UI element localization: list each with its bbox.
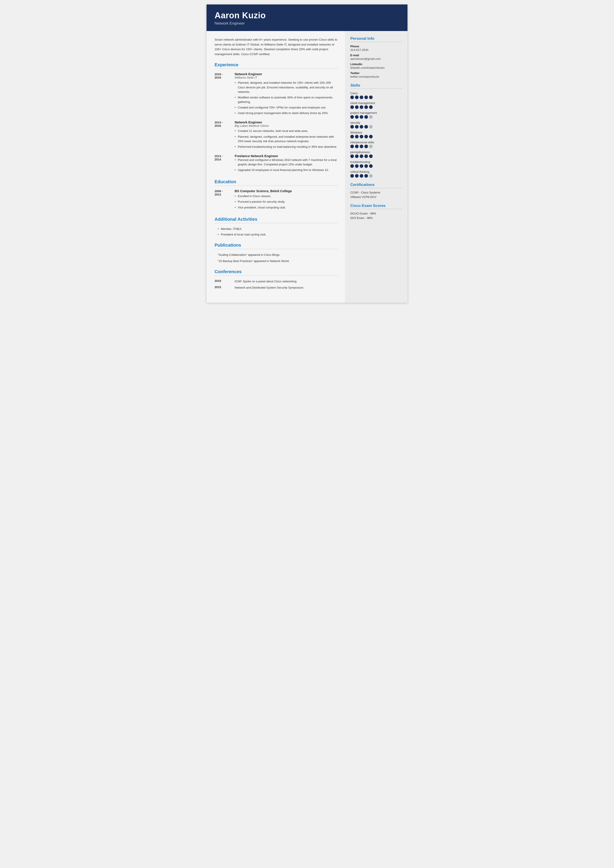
conferences-section: Conferences 2019ICNP, Spoke on a panel a… — [215, 269, 338, 290]
publication-item: "Scaling Collaboration" appeared in Cisc… — [215, 253, 338, 257]
skill-dot-filled — [360, 174, 363, 178]
skill-item: critical thinking — [350, 170, 402, 178]
skill-name: security — [350, 121, 402, 124]
skill-dot-filled — [369, 96, 373, 99]
skill-dot-filled — [355, 135, 358, 138]
exp-bullets: Created 12 secure networks, both local a… — [235, 129, 338, 149]
candidate-name: Aaron Kuzio — [215, 11, 399, 20]
conferences-heading: Conferences — [215, 269, 338, 276]
exp-bullet: Created 12 secure networks, both local a… — [235, 129, 338, 133]
conference-text: Network and Distributed System Security … — [235, 285, 338, 290]
education-heading: Education — [215, 179, 338, 186]
publication-item: "10 Backup Best Practices" appeared in N… — [215, 259, 338, 264]
skill-dot-filled — [364, 125, 368, 129]
skill-dot-filled — [360, 135, 363, 138]
email-label: E-mail — [350, 54, 402, 57]
skill-name: interpersonal skills — [350, 141, 402, 144]
skill-item: interpersonal skills — [350, 141, 402, 148]
skill-dot-filled — [350, 105, 354, 109]
skill-dot-filled — [364, 96, 368, 99]
experience-section: Experience 2016 -2019Network EngineerWil… — [215, 62, 338, 174]
skill-dot-filled — [369, 164, 373, 168]
skill-dot-filled — [360, 105, 363, 109]
exam-score-item: DCII Exam - 98% — [350, 216, 402, 220]
skill-dot-filled — [350, 155, 354, 158]
exp-bullet: Planned, designed, and installed network… — [235, 81, 338, 94]
conferences-list: 2019ICNP, Spoke on a panel about Cisco n… — [215, 279, 338, 290]
exp-bullet: Planned and configured a Windows 2010 ne… — [235, 158, 338, 167]
conference-year: 2019 — [215, 279, 235, 284]
exp-date: 2016 -2019 — [215, 72, 235, 116]
certifications-heading: Certifications — [350, 183, 402, 188]
skill-dot-filled — [369, 135, 373, 138]
experience-item: 2016 -2019Network EngineerWilliams-Seile… — [215, 72, 338, 116]
exp-company: Williams-Seile IT — [235, 76, 338, 79]
exp-body: Network EngineerBig Lakes Medical Clinic… — [235, 121, 338, 150]
twitter-value: twitter.com/aaronkuzio — [350, 75, 402, 78]
skill-dots — [350, 115, 402, 119]
activity-item: Member, ITNEA — [218, 227, 338, 231]
activities-heading: Additional Activities — [215, 217, 338, 223]
skill-name: Cisco — [350, 91, 402, 95]
skill-dots — [350, 164, 402, 168]
skill-name: project management — [350, 111, 402, 115]
skill-name: perceptiveness — [350, 150, 402, 154]
personal-info-heading: Personal Info — [350, 36, 402, 42]
exp-date: 2014 -2016 — [215, 121, 235, 150]
certifications-list: CCNP - Cisco SystemsVMware VCP6-DCV — [350, 191, 402, 198]
skill-dots — [350, 135, 402, 138]
conference-item: 2019ICNP, Spoke on a panel about Cisco n… — [215, 279, 338, 284]
skill-item: troubleshooting — [350, 160, 402, 168]
skills-heading: Skills — [350, 83, 402, 89]
publications-section: Publications "Scaling Collaboration" app… — [215, 243, 338, 264]
exp-bullets: Planned, designed, and installed network… — [235, 81, 338, 115]
skill-dot-filled — [355, 115, 358, 119]
skill-item: Windows — [350, 131, 402, 138]
experience-list: 2016 -2019Network EngineerWilliams-Seile… — [215, 72, 338, 174]
skill-dot-filled — [355, 145, 358, 148]
skill-dot-empty — [369, 125, 373, 129]
exp-job-title: Network Engineer — [235, 121, 338, 124]
exp-bullet: Created and configured 700+ VPNs for cor… — [235, 105, 338, 110]
exp-bullet: Used strong project management skills to… — [235, 111, 338, 115]
skill-dots — [350, 125, 402, 129]
skill-dot-filled — [360, 125, 363, 129]
exp-bullet: Planned, designed, configured, and insta… — [235, 135, 338, 144]
experience-heading: Experience — [215, 62, 338, 69]
skill-dots — [350, 155, 402, 158]
skill-dot-empty — [369, 115, 373, 119]
edu-body: BS Computer Science, Beloit CollegeExcel… — [235, 189, 338, 211]
skill-dot-filled — [350, 135, 354, 138]
resume: Aaron Kuzio Network Engineer Smart netwo… — [206, 5, 408, 303]
candidate-title: Network Engineer — [215, 21, 399, 26]
skill-dot-filled — [364, 105, 368, 109]
skill-dots — [350, 145, 402, 148]
certification-item: CCNP - Cisco Systems — [350, 191, 402, 194]
exp-bullet: Upgraded 10 employees in local financial… — [235, 168, 338, 172]
conference-text: ICNP, Spoke on a panel about Cisco netwo… — [235, 279, 338, 284]
edu-bullet: Excelled in Cisco classes. — [235, 194, 338, 198]
skill-dot-filled — [364, 115, 368, 119]
skill-item: security — [350, 121, 402, 129]
exam-scores-heading: Cisco Exam Scores — [350, 203, 402, 209]
education-section: Education 2009 -2013BS Computer Science,… — [215, 179, 338, 211]
publications-heading: Publications — [215, 243, 338, 249]
right-column: Personal Info Phone 414-617-2634 E-mail … — [345, 31, 408, 303]
skill-item: Cisco — [350, 91, 402, 99]
skill-dots — [350, 96, 402, 99]
skill-dot-filled — [350, 174, 354, 178]
skill-name: critical thinking — [350, 170, 402, 174]
exp-company: Big Lakes Medical Clinics — [235, 124, 338, 127]
skill-dot-filled — [360, 155, 363, 158]
exam-scores-section: Cisco Exam Scores DCUCI Exam - 99%DCII E… — [350, 203, 402, 220]
exam-score-item: DCUCI Exam - 99% — [350, 212, 402, 215]
skill-dot-filled — [364, 174, 368, 178]
exp-job-title: Freelance Network Engineer — [235, 154, 338, 158]
main-content: Smart network administrator with 6+ year… — [206, 31, 408, 303]
activity-item: President of local road cycling club. — [218, 232, 338, 237]
skill-dots — [350, 105, 402, 109]
skill-dot-filled — [364, 155, 368, 158]
skill-dot-filled — [355, 164, 358, 168]
skill-name: troubleshooting — [350, 160, 402, 164]
exp-body: Freelance Network EngineerPlanned and co… — [235, 154, 338, 174]
